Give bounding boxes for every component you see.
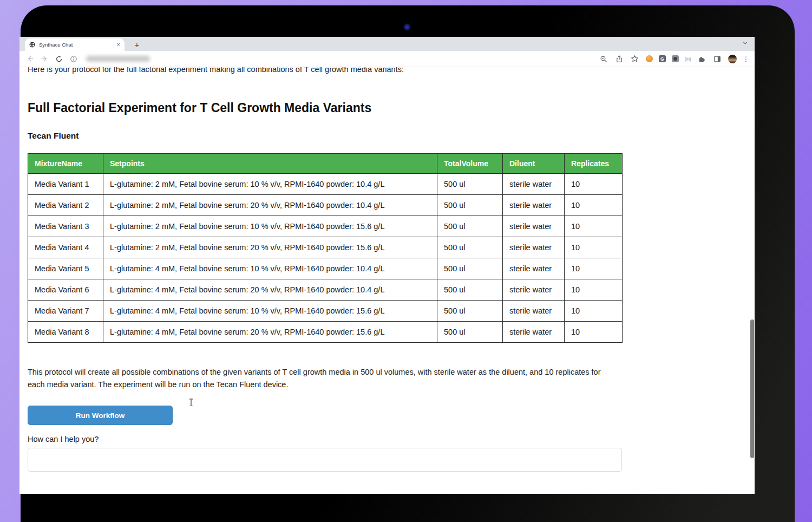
cell-setpoints: L-glutamine: 4 mM, Fetal bovine serum: 2… — [103, 322, 437, 343]
share-icon[interactable] — [614, 54, 624, 64]
text-cursor — [188, 399, 193, 406]
cell-replicates: 10 — [565, 301, 623, 322]
back-icon[interactable] — [25, 54, 35, 64]
cell-mixturename: Media Variant 4 — [28, 237, 103, 258]
cell-mixturename: Media Variant 3 — [28, 216, 103, 237]
table-row: Media Variant 1 L-glutamine: 2 mM, Fetal… — [28, 174, 623, 195]
cell-totalvolume: 500 ul — [437, 237, 503, 258]
cell-diluent: sterile water — [503, 174, 565, 195]
extensions-puzzle-icon[interactable] — [697, 54, 706, 64]
col-header-replicates: Replicates — [565, 154, 623, 174]
table-row: Media Variant 7 L-glutamine: 4 mM, Fetal… — [28, 301, 623, 322]
webcam-dot — [403, 23, 411, 31]
cell-diluent: sterile water — [503, 301, 565, 322]
col-header-mixturename: MixtureName — [28, 154, 103, 174]
address-bar-blurred-url[interactable] — [86, 56, 150, 62]
col-header-totalvolume: TotalVolume — [437, 154, 503, 174]
tab-strip: Synthace Chat × + — [19, 37, 755, 51]
forward-icon[interactable] — [40, 54, 49, 64]
chevron-down-icon[interactable] — [742, 40, 748, 46]
table-row: Media Variant 2 L-glutamine: 2 mM, Fetal… — [28, 195, 623, 216]
table-header-row: MixtureName Setpoints TotalVolume Diluen… — [28, 154, 623, 174]
profile-avatar[interactable] — [728, 55, 737, 63]
run-workflow-button[interactable]: Run Workflow — [28, 406, 173, 425]
cell-diluent: sterile water — [503, 216, 565, 237]
bookmark-star-icon[interactable] — [630, 54, 640, 64]
cell-setpoints: L-glutamine: 4 mM, Fetal bovine serum: 2… — [103, 279, 437, 301]
cell-replicates: 10 — [565, 258, 623, 279]
cell-mixturename: Media Variant 1 — [28, 174, 103, 195]
tab-close-icon[interactable]: × — [117, 42, 120, 48]
cell-setpoints: L-glutamine: 4 mM, Fetal bovine serum: 1… — [103, 301, 437, 322]
chat-input[interactable] — [28, 448, 622, 472]
cell-mixturename: Media Variant 8 — [28, 322, 103, 343]
cell-mixturename: Media Variant 7 — [28, 301, 103, 322]
cell-setpoints: L-glutamine: 4 mM, Fetal bovine serum: 1… — [103, 258, 437, 279]
cell-replicates: 10 — [565, 322, 623, 343]
col-header-diluent: Diluent — [503, 154, 565, 174]
cell-totalvolume: 500 ul — [437, 174, 503, 195]
extension-m-icon[interactable]: (m) — [685, 56, 691, 62]
cell-totalvolume: 500 ul — [437, 258, 503, 279]
browser-window: Synthace Chat × + — [19, 37, 755, 494]
cell-replicates: 10 — [565, 237, 623, 258]
cell-replicates: 10 — [565, 195, 623, 216]
table-row: Media Variant 8 L-glutamine: 4 mM, Fetal… — [28, 322, 623, 343]
protocol-table: MixtureName Setpoints TotalVolume Diluen… — [28, 153, 623, 343]
cell-totalvolume: 500 ul — [437, 216, 503, 237]
table-row: Media Variant 4 L-glutamine: 2 mM, Fetal… — [28, 237, 623, 258]
cell-diluent: sterile water — [503, 237, 565, 258]
browser-menu-icon[interactable]: ⋮ — [743, 56, 749, 62]
cell-diluent: sterile water — [503, 279, 565, 301]
extension-g-icon[interactable]: G — [659, 55, 666, 62]
chat-page: Here is your protocol for the full facto… — [19, 67, 755, 494]
cell-diluent: sterile water — [503, 258, 565, 279]
extension-orange-icon[interactable] — [646, 55, 653, 62]
cell-totalvolume: 500 ul — [437, 322, 503, 343]
page-title: Full Factorial Experiment for T Cell Gro… — [28, 100, 746, 115]
tab-synthace-chat[interactable]: Synthace Chat × — [25, 38, 125, 51]
tab-title: Synthace Chat — [39, 42, 113, 48]
globe-favicon-icon — [29, 42, 35, 48]
cell-totalvolume: 500 ul — [437, 195, 503, 216]
cell-setpoints: L-glutamine: 2 mM, Fetal bovine serum: 1… — [103, 174, 437, 195]
cell-mixturename: Media Variant 2 — [28, 195, 103, 216]
extension-camera-icon[interactable] — [672, 55, 679, 62]
table-row: Media Variant 3 L-glutamine: 2 mM, Fetal… — [28, 216, 623, 237]
assistant-intro-text: Here is your protocol for the full facto… — [28, 67, 746, 75]
cell-setpoints: L-glutamine: 2 mM, Fetal bovine serum: 2… — [103, 195, 437, 216]
cell-diluent: sterile water — [503, 322, 565, 343]
cell-totalvolume: 500 ul — [437, 301, 503, 322]
scrollbar-thumb[interactable] — [750, 319, 754, 458]
cell-setpoints: L-glutamine: 2 mM, Fetal bovine serum: 1… — [103, 216, 437, 237]
new-tab-icon[interactable]: + — [131, 38, 143, 50]
reload-icon[interactable] — [54, 54, 64, 64]
cell-setpoints: L-glutamine: 2 mM, Fetal bovine serum: 2… — [103, 237, 437, 258]
cell-replicates: 10 — [565, 279, 623, 301]
table-row: Media Variant 6 L-glutamine: 4 mM, Fetal… — [28, 279, 623, 301]
cell-mixturename: Media Variant 5 — [28, 258, 103, 279]
browser-toolbar: G (m) ⋮ — [19, 51, 755, 67]
chat-prompt-label: How can I help you? — [28, 434, 746, 444]
site-info-icon[interactable] — [69, 54, 78, 64]
cell-replicates: 10 — [565, 174, 623, 195]
protocol-summary-text: This protocol will create all possible c… — [28, 366, 612, 391]
side-panel-icon[interactable] — [712, 54, 722, 64]
cell-totalvolume: 500 ul — [437, 279, 503, 301]
cell-mixturename: Media Variant 6 — [28, 279, 103, 301]
table-row: Media Variant 5 L-glutamine: 4 mM, Fetal… — [28, 258, 623, 279]
col-header-setpoints: Setpoints — [103, 154, 437, 174]
zoom-icon[interactable] — [599, 54, 608, 64]
cell-replicates: 10 — [565, 216, 623, 237]
cell-diluent: sterile water — [503, 195, 565, 216]
device-subtitle: Tecan Fluent — [28, 130, 746, 141]
